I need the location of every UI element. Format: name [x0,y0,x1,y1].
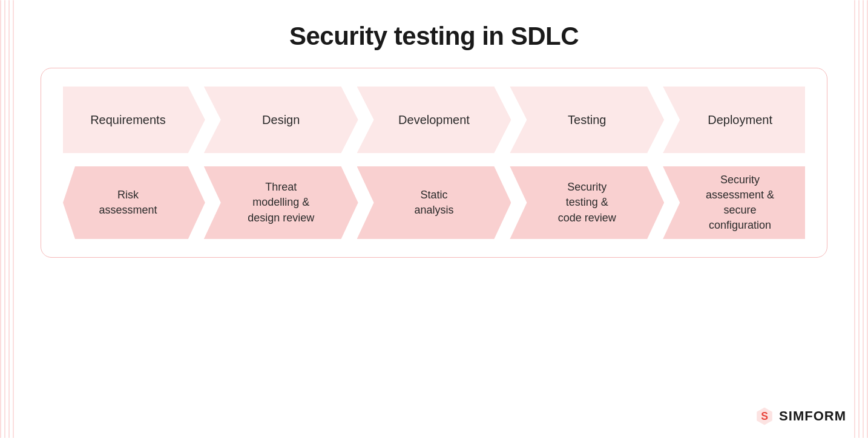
simform-logo-icon: S [755,407,774,426]
bottom-chevron-label-0: Risk assessment [99,188,157,218]
top-chevron-label-4: Deployment [708,111,772,128]
bottom-chevron-0: Risk assessment [63,166,205,239]
bottom-chevron-label-4: Security assessment & secure configurati… [706,172,774,234]
top-chevron-1: Design [204,87,358,153]
bottom-chevron-3: Security testing & code review [510,166,664,239]
page-title: Security testing in SDLC [289,22,579,51]
svg-text:S: S [761,410,768,422]
top-chevron-4: Deployment [663,87,805,153]
top-arrow-row: RequirementsDesignDevelopmentTestingDepl… [63,87,805,153]
top-chevron-2: Development [357,87,511,153]
logo-text: SIMFORM [779,408,846,424]
bottom-chevron-label-3: Security testing & code review [558,180,616,226]
deco-lines-right [844,0,868,438]
top-chevron-label-2: Development [398,111,470,128]
bottom-chevron-2: Static analysis [357,166,511,239]
bottom-arrow-row: Risk assessmentThreat modelling & design… [63,166,805,239]
top-chevron-3: Testing [510,87,664,153]
main-container: RequirementsDesignDevelopmentTestingDepl… [41,68,827,258]
bottom-chevron-4: Security assessment & secure configurati… [663,166,805,239]
top-chevron-label-3: Testing [568,111,606,128]
deco-lines-left [0,0,24,438]
bottom-chevron-label-1: Threat modelling & design review [248,180,314,226]
top-chevron-label-0: Requirements [90,111,166,128]
bottom-chevron-label-2: Static analysis [414,188,453,218]
top-chevron-label-1: Design [262,111,300,128]
top-chevron-0: Requirements [63,87,205,153]
bottom-chevron-1: Threat modelling & design review [204,166,358,239]
logo-area: S SIMFORM [755,407,846,426]
